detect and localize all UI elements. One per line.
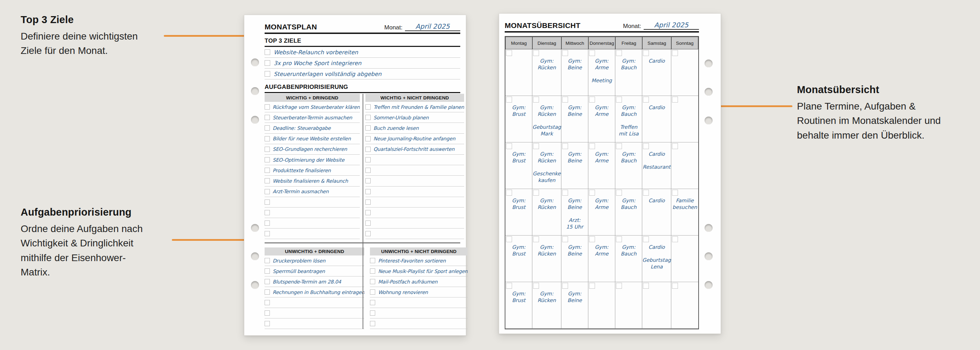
date-box[interactable] <box>589 97 595 103</box>
task-checkbox[interactable] <box>265 221 270 226</box>
date-box[interactable] <box>533 236 539 242</box>
task-checkbox[interactable] <box>365 157 371 162</box>
date-box[interactable] <box>672 190 678 196</box>
goal-checkbox[interactable] <box>265 60 270 66</box>
calendar-cell: Gym: Brust <box>505 96 532 142</box>
task-checkbox[interactable] <box>265 231 270 236</box>
task-checkbox[interactable] <box>265 136 270 142</box>
task-checkbox[interactable] <box>365 189 371 194</box>
task-row <box>365 208 464 218</box>
annotation-aufgaben: Aufgabenpriorisierung Ordne deine Aufgab… <box>21 207 154 280</box>
date-box[interactable] <box>643 143 649 149</box>
goal-checkbox[interactable] <box>265 49 270 55</box>
task-checkbox[interactable] <box>370 321 375 326</box>
task-checkbox[interactable] <box>370 258 375 263</box>
date-box[interactable] <box>562 50 568 56</box>
task-checkbox[interactable] <box>265 199 270 205</box>
date-box[interactable] <box>643 236 649 242</box>
calendar-entry: Gym: Rücken <box>532 291 561 304</box>
date-box[interactable] <box>562 97 568 103</box>
goal-checkbox[interactable] <box>265 71 270 76</box>
task-checkbox[interactable] <box>265 178 270 183</box>
month-value-field[interactable]: April 2025 <box>405 22 460 31</box>
date-box[interactable] <box>589 50 595 56</box>
task-checkbox[interactable] <box>265 115 270 120</box>
task-checkbox[interactable] <box>365 125 371 130</box>
task-checkbox[interactable] <box>365 104 371 110</box>
date-box[interactable] <box>672 97 678 103</box>
task-checkbox[interactable] <box>365 199 371 205</box>
task-checkbox[interactable] <box>265 269 270 274</box>
date-box[interactable] <box>533 50 539 56</box>
date-box[interactable] <box>533 283 539 289</box>
task-checkbox[interactable] <box>265 258 270 263</box>
date-box[interactable] <box>672 236 678 242</box>
date-box[interactable] <box>672 283 678 289</box>
task-checkbox[interactable] <box>265 210 270 215</box>
date-box[interactable] <box>616 283 622 289</box>
date-box[interactable] <box>643 97 649 103</box>
task-checkbox[interactable] <box>265 168 270 173</box>
date-box[interactable] <box>506 143 512 149</box>
date-box[interactable] <box>616 190 622 196</box>
task-checkbox[interactable] <box>265 279 270 284</box>
month-value-field[interactable]: April 2025 <box>644 21 699 30</box>
date-box[interactable] <box>506 190 512 196</box>
task-row: Mail-Postfach aufräumen <box>370 277 468 287</box>
date-box[interactable] <box>672 143 678 149</box>
date-box[interactable] <box>506 97 512 103</box>
date-box[interactable] <box>562 143 568 149</box>
date-box[interactable] <box>643 50 649 56</box>
task-checkbox[interactable] <box>370 279 375 284</box>
task-checkbox[interactable] <box>265 157 270 162</box>
date-box[interactable] <box>616 143 622 149</box>
calendar-entry: Gym: Brust <box>505 197 532 211</box>
calendar-entry: Cardio <box>642 197 671 204</box>
date-box[interactable] <box>616 236 622 242</box>
task-checkbox[interactable] <box>370 290 375 295</box>
date-box[interactable] <box>589 190 595 196</box>
date-box[interactable] <box>562 283 568 289</box>
task-checkbox[interactable] <box>265 104 270 110</box>
task-checkbox[interactable] <box>265 146 270 152</box>
task-checkbox[interactable] <box>365 231 371 236</box>
task-checkbox[interactable] <box>365 210 371 215</box>
date-box[interactable] <box>616 97 622 103</box>
task-checkbox[interactable] <box>265 189 270 194</box>
date-box[interactable] <box>562 236 568 242</box>
calendar-cell <box>671 142 698 189</box>
date-box[interactable] <box>533 190 539 196</box>
task-checkbox[interactable] <box>265 125 270 130</box>
date-box[interactable] <box>589 283 595 289</box>
task-label: SEO-Grundlagen recherchieren <box>273 146 347 152</box>
task-checkbox[interactable] <box>365 136 371 142</box>
date-box[interactable] <box>506 50 512 56</box>
task-checkbox[interactable] <box>370 269 375 274</box>
date-box[interactable] <box>672 50 678 56</box>
goal-row: Steuerunterlagen vollständig abgeben <box>265 68 460 80</box>
task-checkbox[interactable] <box>370 310 375 316</box>
task-checkbox[interactable] <box>365 168 371 173</box>
date-box[interactable] <box>506 283 512 289</box>
task-checkbox[interactable] <box>365 115 371 120</box>
task-checkbox[interactable] <box>265 300 270 305</box>
date-box[interactable] <box>589 236 595 242</box>
task-checkbox[interactable] <box>265 310 270 316</box>
task-row: Bilder für neue Website erstellen <box>265 134 360 144</box>
date-box[interactable] <box>643 190 649 196</box>
task-checkbox[interactable] <box>265 290 270 295</box>
task-checkbox[interactable] <box>365 146 371 152</box>
date-box[interactable] <box>533 143 539 149</box>
task-checkbox[interactable] <box>365 178 371 183</box>
top3-heading: TOP 3 ZIELE <box>265 37 460 47</box>
task-checkbox[interactable] <box>265 321 270 326</box>
task-checkbox[interactable] <box>365 221 371 226</box>
date-box[interactable] <box>562 190 568 196</box>
task-row: Blutspende-Termin am 28.04 <box>265 277 364 287</box>
task-checkbox[interactable] <box>370 300 375 305</box>
date-box[interactable] <box>589 143 595 149</box>
date-box[interactable] <box>643 283 649 289</box>
date-box[interactable] <box>506 236 512 242</box>
date-box[interactable] <box>616 50 622 56</box>
date-box[interactable] <box>533 97 539 103</box>
